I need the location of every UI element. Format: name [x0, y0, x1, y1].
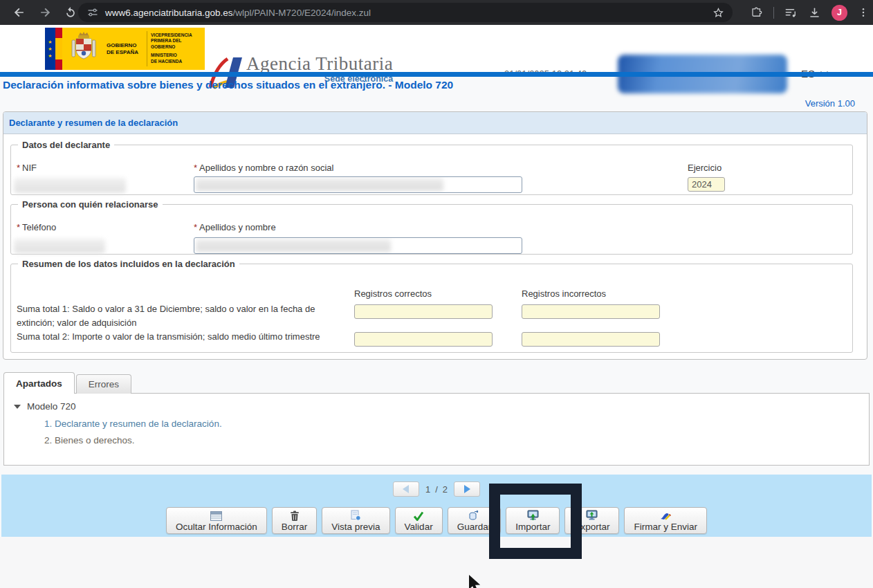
- suma2-correctos-input[interactable]: [354, 332, 493, 347]
- page-title: Declaración informativa sobre bienes y d…: [3, 79, 453, 91]
- ocultar-informacion-button[interactable]: Ocultar Información: [166, 507, 267, 534]
- telefono-label: *Teléfono: [17, 222, 56, 232]
- tree-item-declarante[interactable]: 1. Declarante y resumen de la declaració…: [44, 419, 222, 429]
- nif-label: *NIF: [17, 163, 37, 173]
- ejercicio-input[interactable]: [688, 177, 725, 192]
- suma1-incorrectos-input[interactable]: [522, 304, 660, 319]
- apellidos-nombre-value-redacted: [196, 239, 391, 252]
- browser-actions: J: [751, 0, 869, 25]
- suma1-correctos-input[interactable]: [354, 304, 493, 319]
- next-arrow-icon: [464, 485, 470, 493]
- registros-incorrectos-header: Registros incorrectos: [522, 288, 606, 299]
- tab-apartados[interactable]: Apartados: [3, 372, 75, 394]
- trash-icon: [290, 510, 300, 521]
- sign-pen-icon: [659, 510, 672, 521]
- coat-of-arms-icon: [66, 31, 101, 67]
- toolbar-separator: [773, 7, 774, 19]
- prev-page-button[interactable]: [393, 481, 419, 497]
- profile-avatar[interactable]: J: [831, 5, 847, 21]
- apellidos-nombre-label: *Apellidos y nombre: [194, 222, 276, 232]
- preview-document-icon: [351, 510, 361, 521]
- apellidos-nombre-input[interactable]: [194, 237, 522, 254]
- page-footer-area: [0, 537, 873, 588]
- check-icon: [413, 510, 424, 521]
- media-controls-icon[interactable]: [784, 6, 798, 19]
- current-page: 1: [425, 484, 430, 495]
- spain-flag-strip: [55, 28, 62, 70]
- site-info-icon[interactable]: [86, 6, 99, 19]
- action-band: 1 / 2 Ocultar Información Borrar Vista p…: [1, 475, 872, 537]
- gov-emblem-block: GOBIERNODE ESPAÑA VICEPRESIDENCIAPRIMERA…: [62, 28, 205, 70]
- tab-errores[interactable]: Errores: [76, 374, 131, 394]
- next-page-button[interactable]: [454, 481, 480, 497]
- apellidos-razon-input[interactable]: [194, 176, 522, 193]
- nif-value-redacted: [14, 178, 126, 193]
- pagination: 1 / 2: [1, 481, 872, 497]
- gov-dept-ministerio: MINISTERIODE HACIENDA: [151, 53, 182, 64]
- logo-divider: [147, 31, 147, 66]
- fieldset-resumen-datos: Resumen de los datos incluidos en la dec…: [10, 259, 853, 353]
- brand-name: Agencia Tributaria: [246, 55, 393, 73]
- tree-node-modelo-720[interactable]: Modelo 720: [14, 401, 76, 412]
- site-header: ★★★ GOBIERNODE ESPAÑA VICEPRESIDENCIAPRI…: [0, 25, 873, 72]
- firmar-enviar-button[interactable]: Firmar y Enviar: [624, 507, 707, 534]
- page-indicator: 1 / 2: [425, 484, 448, 495]
- eu-flag-strip: ★★★: [45, 28, 55, 70]
- table-icon: [210, 510, 222, 521]
- tree-collapse-icon[interactable]: [14, 405, 21, 409]
- borrar-button[interactable]: Borrar: [272, 507, 318, 534]
- government-logo: ★★★ GOBIERNODE ESPAÑA VICEPRESIDENCIAPRI…: [45, 28, 205, 70]
- save-icon: [468, 510, 479, 521]
- telefono-value-redacted: [14, 239, 105, 253]
- registros-correctos-header: Registros correctos: [354, 288, 432, 299]
- fieldset-persona-relacionarse: Persona con quién relacionarse *Teléfono…: [10, 199, 853, 255]
- screen: www6.agenciatributaria.gob.es/wlpl/PAIN-…: [0, 0, 873, 588]
- menu-kebab-icon[interactable]: [858, 6, 869, 19]
- page-separator: /: [435, 484, 438, 495]
- gov-name: GOBIERNODE ESPAÑA: [107, 42, 138, 56]
- download-icon[interactable]: [808, 6, 821, 19]
- apellidos-razon-value-redacted: [196, 178, 443, 191]
- header-accent-bar: [0, 72, 873, 77]
- tree-item-bienes[interactable]: 2. Bienes o derechos.: [44, 435, 135, 445]
- apartados-tree-panel: Modelo 720 1. Declarante y resumen de la…: [3, 393, 870, 466]
- fieldset-legend: Datos del declarante: [18, 140, 114, 150]
- vista-previa-button[interactable]: Vista previa: [322, 507, 389, 534]
- browser-toolbar: www6.agenciatributaria.gob.es/wlpl/PAIN-…: [0, 0, 873, 25]
- total-pages: 2: [443, 484, 448, 495]
- extensions-icon[interactable]: [751, 6, 763, 19]
- fieldset-datos-declarante: Datos del declarante *NIF *Apellidos y n…: [10, 140, 853, 195]
- apellidos-razon-label: *Apellidos y nombre o razón social: [194, 163, 333, 173]
- prev-arrow-icon: [403, 485, 409, 493]
- panel-header: Declarante y resumen de la declaración: [3, 112, 867, 134]
- fieldset-legend: Persona con quién relacionarse: [18, 199, 163, 210]
- tree-root-label: Modelo 720: [27, 401, 76, 412]
- suma-total-1-label: Suma total 1: Saldo o valor a 31 de Dici…: [17, 302, 349, 330]
- url-text: www6.agenciatributaria.gob.es/wlpl/PAIN-…: [105, 8, 371, 18]
- ejercicio-label: Ejercicio: [688, 163, 722, 173]
- importar-highlight-frame: [489, 484, 582, 559]
- forward-icon[interactable]: [38, 6, 52, 19]
- export-monitor-icon: [586, 510, 598, 521]
- suma-total-2-label: Suma total 2: Importe o valor de la tran…: [17, 330, 349, 344]
- gov-dept-vicepresidencia: VICEPRESIDENCIAPRIMERA DEL GOBIERNO: [151, 33, 205, 50]
- section-tabs: Apartados Errores: [3, 372, 131, 394]
- mouse-cursor: [468, 575, 483, 588]
- back-icon[interactable]: [12, 6, 26, 19]
- declarante-panel: Declarante y resumen de la declaración D…: [3, 111, 867, 360]
- suma2-incorrectos-input[interactable]: [522, 332, 660, 347]
- version-label: Versión 1.00: [805, 98, 855, 109]
- validar-button[interactable]: Validar: [395, 507, 443, 534]
- reload-icon[interactable]: [64, 6, 77, 19]
- fieldset-legend: Resumen de los datos incluidos en la dec…: [18, 259, 239, 269]
- avatar-initial: J: [837, 8, 842, 17]
- toolbar-buttons: Ocultar Información Borrar Vista previa …: [1, 507, 872, 534]
- address-bar[interactable]: www6.agenciatributaria.gob.es/wlpl/PAIN-…: [78, 3, 733, 22]
- url-host: www6.agenciatributaria.gob.es: [105, 8, 233, 18]
- url-path: /wlpl/PAIN-M720/E2024/index.zul: [233, 8, 371, 18]
- bookmark-star-icon[interactable]: [713, 7, 724, 19]
